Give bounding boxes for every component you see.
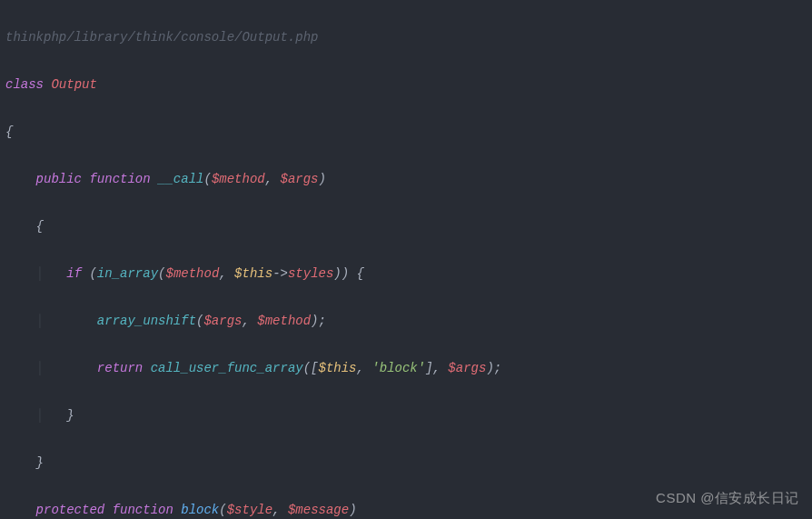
method-name-block: block bbox=[181, 503, 219, 517]
class-name: Output bbox=[51, 77, 96, 92]
brace-line: } bbox=[5, 451, 807, 474]
class-decl-line: class Output bbox=[5, 73, 807, 96]
code-editor: thinkphp/library/think/console/Output.ph… bbox=[0, 0, 812, 519]
class-keyword: class bbox=[5, 77, 44, 92]
method-call-sig: public function __call($method, $args) bbox=[5, 167, 807, 191]
brace-line: │ } bbox=[5, 404, 807, 427]
watermark: CSDN @信安成长日记 bbox=[656, 486, 799, 510]
unshift-line: │ array_unshift($args, $method); bbox=[5, 309, 807, 333]
file-path-line: thinkphp/library/think/console/Output.ph… bbox=[5, 25, 807, 49]
brace-line: { bbox=[5, 215, 807, 238]
if-line: │ if (in_array($method, $this->styles)) … bbox=[5, 262, 807, 285]
return-line: │ return call_user_func_array([$this, 'b… bbox=[5, 356, 807, 380]
method-name-call: __call bbox=[158, 172, 203, 186]
file-path: thinkphp/library/think/console/Output.ph… bbox=[5, 30, 318, 45]
brace-line: { bbox=[5, 120, 807, 144]
